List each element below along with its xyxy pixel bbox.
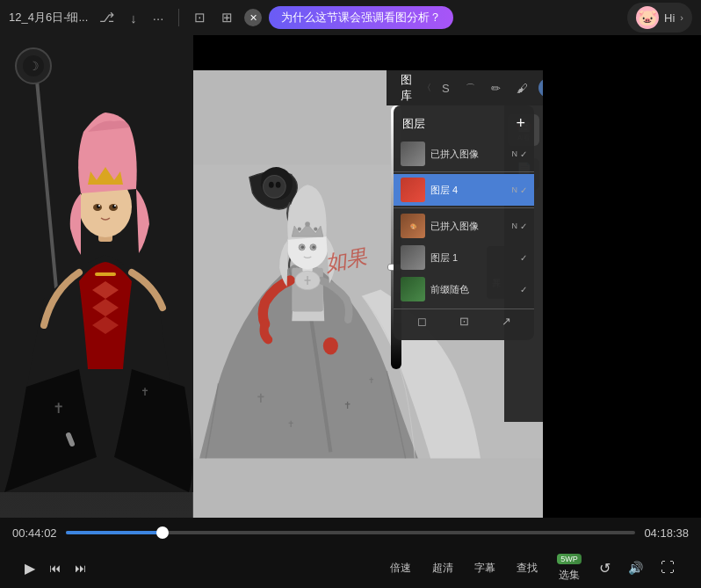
svg-point-23 <box>323 338 338 355</box>
svg-text:✝: ✝ <box>256 391 266 405</box>
procreate-toolbar: 图库 〈 S ⌒ ✏ 🖌 <box>387 70 543 105</box>
progress-track[interactable] <box>66 531 636 534</box>
brush-icon[interactable]: 🖌 <box>511 79 533 98</box>
share-icon[interactable]: ⎇ <box>95 8 119 27</box>
loop-button[interactable]: ↺ <box>590 560 619 577</box>
avatar: 🐷 <box>636 6 659 29</box>
svg-point-12 <box>112 205 116 208</box>
layer-visibility[interactable]: ✓ <box>520 149 527 159</box>
top-bar-title: 12_4月6日-细... <box>9 10 88 25</box>
screen-icon[interactable]: ⊡ <box>190 8 210 27</box>
select-button[interactable]: 选集 <box>548 568 590 583</box>
svg-point-28 <box>314 228 317 231</box>
layer-icons: N ✓ <box>512 221 528 231</box>
video-content: ☽ <box>0 35 701 518</box>
layers-panel: 图层 + 已拼入图像 N ✓ 图层 4 N ✓ <box>394 105 534 340</box>
layer-item[interactable]: 前缀随色 ✓ <box>394 273 534 305</box>
top-bar: 12_4月6日-细... ⎇ ↓ ··· ⊡ ⊞ ✕ 为什么这节课会强调看图分析… <box>0 0 701 35</box>
svg-point-21 <box>276 182 281 188</box>
current-time: 00:44:02 <box>12 526 57 540</box>
svg-text:☽: ☽ <box>28 59 40 73</box>
layer-visibility[interactable]: ✓ <box>520 185 527 195</box>
svg-point-31 <box>301 246 305 250</box>
layer-name: 图层 1 <box>430 251 515 265</box>
layer-name: 前缀随色 <box>430 283 515 296</box>
main-drawing-canvas: 图库 〈 S ⌒ ✏ 🖌 <box>193 70 543 518</box>
layer-tool-3[interactable]: ↗ <box>502 315 511 328</box>
volume-button[interactable]: 🔊 <box>619 561 652 575</box>
progress-thumb[interactable] <box>156 526 169 539</box>
layer-visibility[interactable]: ✓ <box>520 221 527 231</box>
layer-divider <box>394 171 534 172</box>
next-button[interactable]: ⏭ <box>68 562 93 575</box>
svg-line-1 <box>35 62 70 439</box>
svg-point-13 <box>98 205 100 207</box>
svg-point-3 <box>23 55 44 76</box>
layer-item[interactable]: 图层 1 ✓ <box>394 242 534 273</box>
prev-button[interactable]: ⏮ <box>42 562 68 575</box>
layer-visibility[interactable]: ✓ <box>520 285 527 294</box>
layer-item-selected[interactable]: 图层 4 N ✓ <box>394 174 534 206</box>
subtitle-button[interactable]: 字幕 <box>464 561 506 576</box>
speed-button[interactable]: 倍速 <box>379 561 422 576</box>
layers-bottom-tools: ◻ ⊡ ↗ <box>394 309 534 333</box>
badge-label: 5WP <box>557 554 582 564</box>
notes-button[interactable]: 查找 <box>506 561 548 576</box>
play-button[interactable]: ▶ <box>18 560 42 577</box>
separator <box>178 9 179 26</box>
control-bar: ▶ ⏮ ⏭ 倍速 超清 字幕 查找 5WP 选集 ↺ 🔊 ⛶ <box>0 548 701 588</box>
layer-visibility[interactable]: ✓ <box>520 253 527 263</box>
layer-n-icon: N <box>512 149 518 158</box>
crop-icon[interactable]: ⊞ <box>217 8 237 27</box>
close-button[interactable]: ✕ <box>244 9 262 26</box>
layer-tool-2[interactable]: ⊡ <box>459 315 469 328</box>
layer-thumbnail-art: 🎨 <box>401 214 425 238</box>
layer-n-icon: N <box>512 221 518 230</box>
hi-label: Hi <box>664 11 675 25</box>
svg-text:✝: ✝ <box>343 400 351 410</box>
svg-point-11 <box>97 205 100 208</box>
svg-rect-0 <box>0 35 193 492</box>
gallery-button[interactable]: 图库 <box>395 70 417 106</box>
tool-curve[interactable]: ⌒ <box>460 79 481 98</box>
fullscreen-button[interactable]: ⛶ <box>652 560 683 576</box>
layers-add-button[interactable]: + <box>516 114 525 133</box>
layer-icons: ✓ <box>520 253 527 263</box>
pencil-icon[interactable]: ✏ <box>486 79 506 98</box>
tool-s[interactable]: S <box>437 79 455 98</box>
svg-rect-6 <box>95 272 116 276</box>
select-with-badge: 5WP 选集 <box>548 554 590 583</box>
user-avatar-button[interactable]: 🐷 Hi › <box>627 3 692 33</box>
layers-header: 图层 + <box>394 113 534 138</box>
svg-point-2 <box>16 48 51 83</box>
color-swatch-blue[interactable] <box>538 78 543 98</box>
layer-thumbnail-red <box>401 178 425 202</box>
layer-thumbnail-color <box>401 277 425 301</box>
svg-point-8 <box>79 176 132 237</box>
svg-point-10 <box>109 204 118 211</box>
svg-point-20 <box>269 182 274 188</box>
svg-rect-7 <box>98 220 112 242</box>
layer-thumbnail <box>401 142 425 166</box>
layer-item[interactable]: 🎨 已拼入图像 N ✓ <box>394 210 534 242</box>
left-artwork-panel: ☽ <box>0 35 193 518</box>
svg-point-9 <box>93 204 102 211</box>
layers-title: 图层 <box>402 116 425 132</box>
svg-point-26 <box>298 228 301 231</box>
download-icon[interactable]: ↓ <box>126 9 141 27</box>
more-icon[interactable]: ··· <box>148 9 169 27</box>
layer-name: 已拼入图像 <box>430 220 507 233</box>
svg-text:✝: ✝ <box>368 376 375 385</box>
layer-thumbnail <box>401 245 425 270</box>
layer-name: 图层 4 <box>430 184 507 197</box>
layer-item[interactable]: 已拼入图像 N ✓ <box>394 138 534 170</box>
svg-text:✝: ✝ <box>53 401 64 416</box>
layer-tool-1[interactable]: ◻ <box>417 315 427 328</box>
svg-text:✝: ✝ <box>287 419 294 429</box>
ai-question-button[interactable]: 为什么这节课会强调看图分析？ <box>269 6 453 29</box>
ultra-button[interactable]: 超清 <box>422 561 464 576</box>
svg-point-14 <box>114 205 116 207</box>
toolbar-right: ✏ 🖌 <box>486 78 543 98</box>
progress-fill <box>66 531 163 534</box>
svg-point-19 <box>264 176 286 199</box>
